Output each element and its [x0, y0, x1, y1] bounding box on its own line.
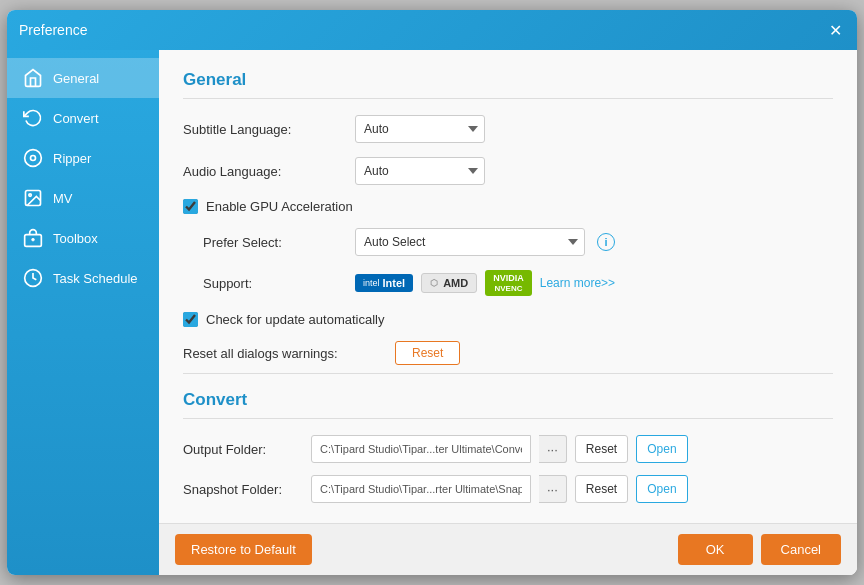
nvidia-label: NVIDIA [493, 273, 524, 284]
output-folder-label: Output Folder: [183, 442, 303, 457]
intel-badge: intel Intel [355, 274, 413, 292]
reset-dialogs-button[interactable]: Reset [395, 341, 460, 365]
disc-icon [23, 148, 43, 168]
sidebar-item-mv[interactable]: MV [7, 178, 159, 218]
sidebar-item-toolbox-label: Toolbox [53, 231, 98, 246]
check-update-row: Check for update automatically [183, 312, 833, 327]
svg-point-0 [25, 150, 42, 167]
sidebar-item-convert-label: Convert [53, 111, 99, 126]
window-title: Preference [19, 22, 825, 38]
output-folder-input[interactable] [311, 435, 531, 463]
snapshot-folder-input[interactable] [311, 475, 531, 503]
output-folder-browse-button[interactable]: ··· [539, 435, 567, 463]
nvenc-label: NVENC [494, 284, 522, 294]
audio-language-label: Audio Language: [183, 164, 343, 179]
snapshot-folder-reset-button[interactable]: Reset [575, 475, 628, 503]
sidebar: General Convert Ripper [7, 50, 159, 575]
cancel-button[interactable]: Cancel [761, 534, 841, 565]
general-section-title: General [183, 70, 833, 99]
reset-dialogs-label: Reset all dialogs warnings: [183, 346, 383, 361]
check-update-checkbox[interactable] [183, 312, 198, 327]
reset-dialogs-row: Reset all dialogs warnings: Reset [183, 341, 833, 365]
prefer-select-dropdown[interactable]: Auto Select [355, 228, 585, 256]
amd-badge: ⬡ AMD [421, 273, 477, 293]
ok-button[interactable]: OK [678, 534, 753, 565]
snapshot-folder-browse-button[interactable]: ··· [539, 475, 567, 503]
svg-point-3 [29, 194, 31, 197]
subtitle-language-row: Subtitle Language: Auto [183, 115, 833, 143]
sidebar-item-toolbox[interactable]: Toolbox [7, 218, 159, 258]
gpu-acceleration-row: Enable GPU Acceleration [183, 199, 833, 214]
output-folder-row: Output Folder: ··· Reset Open [183, 435, 833, 463]
prefer-select-row: Prefer Select: Auto Select i [183, 228, 833, 256]
content-area: General Convert Ripper [7, 50, 857, 575]
subtitle-language-label: Subtitle Language: [183, 122, 343, 137]
subtitle-language-select[interactable]: Auto [355, 115, 485, 143]
home-icon [23, 68, 43, 88]
output-folder-reset-button[interactable]: Reset [575, 435, 628, 463]
gpu-acceleration-label: Enable GPU Acceleration [206, 199, 353, 214]
preference-window: Preference ✕ General Convert [7, 10, 857, 575]
sidebar-item-general[interactable]: General [7, 58, 159, 98]
scrollable-content[interactable]: General Subtitle Language: Auto Audio La… [159, 50, 857, 523]
amd-label: AMD [443, 277, 468, 289]
refresh-icon [23, 108, 43, 128]
audio-language-select[interactable]: Auto [355, 157, 485, 185]
convert-section-title: Convert [183, 390, 833, 419]
info-icon[interactable]: i [597, 233, 615, 251]
sidebar-item-task-schedule-label: Task Schedule [53, 271, 138, 286]
gpu-acceleration-checkbox[interactable] [183, 199, 198, 214]
snapshot-folder-row: Snapshot Folder: ··· Reset Open [183, 475, 833, 503]
support-label: Support: [203, 276, 343, 291]
intel-label: Intel [383, 277, 406, 289]
nvidia-badge: NVIDIA NVENC [485, 270, 532, 296]
support-row: Support: intel Intel ⬡ AMD NVIDI [183, 270, 833, 296]
bottom-bar: Restore to Default OK Cancel [159, 523, 857, 575]
prefer-select-label: Prefer Select: [203, 235, 343, 250]
learn-more-link[interactable]: Learn more>> [540, 276, 615, 290]
sidebar-item-convert[interactable]: Convert [7, 98, 159, 138]
convert-section: Convert Output Folder: ··· Reset Open Sn… [183, 390, 833, 503]
snapshot-folder-open-button[interactable]: Open [636, 475, 687, 503]
close-button[interactable]: ✕ [825, 20, 845, 40]
sidebar-item-general-label: General [53, 71, 99, 86]
snapshot-folder-label: Snapshot Folder: [183, 482, 303, 497]
toolbox-icon [23, 228, 43, 248]
sidebar-item-task-schedule[interactable]: Task Schedule [7, 258, 159, 298]
section-divider [183, 373, 833, 374]
badge-row: intel Intel ⬡ AMD NVIDIA NVENC [355, 270, 615, 296]
sidebar-item-ripper-label: Ripper [53, 151, 91, 166]
clock-icon [23, 268, 43, 288]
check-update-label: Check for update automatically [206, 312, 384, 327]
general-section: General Subtitle Language: Auto Audio La… [183, 70, 833, 365]
image-icon [23, 188, 43, 208]
output-folder-open-button[interactable]: Open [636, 435, 687, 463]
svg-point-1 [31, 156, 36, 161]
sidebar-item-mv-label: MV [53, 191, 73, 206]
title-bar: Preference ✕ [7, 10, 857, 50]
sidebar-item-ripper[interactable]: Ripper [7, 138, 159, 178]
audio-language-row: Audio Language: Auto [183, 157, 833, 185]
main-panel: General Subtitle Language: Auto Audio La… [159, 50, 857, 575]
intel-prefix: intel [363, 278, 380, 288]
restore-default-button[interactable]: Restore to Default [175, 534, 312, 565]
